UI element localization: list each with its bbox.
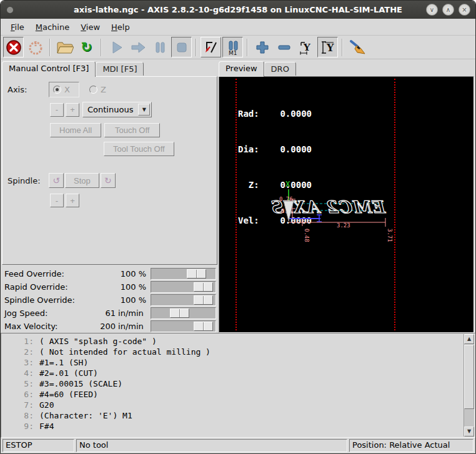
optional-stop-m1-icon: M1	[225, 39, 241, 56]
spindle-override-slider[interactable]	[151, 294, 216, 306]
axis-x-label: X	[64, 85, 70, 94]
axis-x-radio[interactable]: X	[49, 82, 79, 97]
svg-text:Y: Y	[303, 42, 310, 53]
jog-mode-select[interactable]: Continuous ▼	[82, 102, 152, 117]
gcode-line[interactable]: 3:#1=.1 (SH)	[1, 357, 475, 368]
open-file-button[interactable]	[54, 37, 75, 57]
gcode-line-text: #1=.1 (SH)	[39, 357, 88, 368]
skip-lines-button[interactable]	[201, 37, 221, 57]
gcode-line-number: 1:	[1, 336, 34, 347]
status-tool: No tool	[76, 439, 347, 452]
clear-plot-button[interactable]	[347, 37, 367, 57]
rapid-override-slider[interactable]	[151, 281, 216, 293]
tool-touch-off-button[interactable]: Tool Touch Off	[104, 142, 174, 156]
stop-button[interactable]	[171, 37, 192, 57]
gcode-line[interactable]: 8:(Character: 'E') M1	[1, 410, 475, 421]
spindle-label: Spindle:	[7, 176, 49, 185]
axis-window: axis-lathe.ngc - AXIS 2.8.2-10-g6d29f145…	[0, 0, 476, 454]
svg-text:Y: Y	[326, 42, 334, 54]
gcode-line[interactable]: 6:#4=60 (FEED)	[1, 389, 475, 400]
tab-preview[interactable]: Preview	[219, 61, 264, 77]
slider-handle[interactable]	[194, 282, 213, 292]
axis-label: Axis:	[7, 85, 49, 94]
gcode-line-number: 5:	[1, 378, 34, 389]
zoom-out-button[interactable]	[274, 37, 294, 57]
slider-handle[interactable]	[170, 308, 189, 318]
gcode-line-number: 7:	[1, 400, 34, 410]
spindle-stop-button[interactable]: Stop	[65, 173, 99, 188]
main-area: Manual Control [F3] MDI [F5] Axis: X Z	[1, 59, 475, 333]
menu-view[interactable]: View	[76, 21, 105, 34]
preview-panel: Preview DRO Rad: 0.0000 Dia: 0.0000 Z: 0…	[217, 59, 475, 333]
maximize-button[interactable]: ∧	[442, 4, 454, 16]
view-y2-button[interactable]: Y	[317, 37, 338, 57]
pause-button[interactable]	[149, 37, 170, 57]
gcode-line-number: 4:	[1, 368, 34, 378]
spindle-ccw-icon: ↺	[52, 175, 60, 185]
close-button[interactable]: ×	[459, 4, 470, 16]
view-y-button[interactable]: Y	[295, 37, 316, 57]
spindle-ccw-button[interactable]: ↺	[49, 173, 64, 188]
spindle-cw-icon: ↻	[104, 175, 112, 185]
reload-button[interactable]: ↻	[76, 37, 97, 57]
run-button[interactable]	[106, 37, 126, 57]
zoom-in-icon	[255, 40, 270, 55]
max-velocity-slider[interactable]	[151, 320, 216, 332]
step-button[interactable]	[127, 37, 148, 57]
slider-handle[interactable]	[194, 322, 213, 331]
minimize-button[interactable]: ∨	[426, 4, 438, 16]
estop-button[interactable]	[3, 37, 24, 57]
power-button[interactable]	[25, 37, 46, 57]
tab-dro[interactable]: DRO	[264, 62, 296, 76]
axis-z-radio[interactable]: Z	[89, 85, 106, 94]
svg-text:3.71: 3.71	[387, 229, 393, 242]
menu-file[interactable]: File	[6, 21, 29, 34]
svg-text:M1: M1	[229, 50, 237, 56]
gcode-listing[interactable]: 1:( AXIS "splash g-code" ) 2:( Not inten…	[1, 333, 475, 438]
gcode-line[interactable]: 1:( AXIS "splash g-code" )	[1, 336, 475, 347]
spindle-plus-button[interactable]: +	[66, 194, 79, 207]
gcode-scrollbar[interactable]: ▲ ▼	[464, 334, 474, 437]
slider-handle[interactable]	[194, 295, 213, 305]
tab-mdi[interactable]: MDI [F5]	[96, 62, 144, 76]
slider-handle[interactable]	[187, 269, 206, 279]
home-all-button[interactable]: Home All	[50, 123, 101, 137]
menu-help[interactable]: Help	[106, 21, 135, 34]
scrollbar-thumb[interactable]	[464, 345, 474, 409]
max-velocity-row: Max Velocity: 200 in/min	[2, 320, 217, 333]
jog-speed-slider[interactable]	[151, 307, 216, 319]
status-estop: ESTOP	[2, 439, 74, 452]
power-icon	[27, 39, 44, 56]
jog-minus-button[interactable]: -	[50, 103, 64, 117]
gcode-line[interactable]: 4:#2=.01 (CUT)	[1, 368, 475, 378]
gcode-line-number: 9:	[1, 421, 34, 432]
scroll-up-icon[interactable]: ▲	[464, 334, 474, 344]
scroll-down-icon[interactable]: ▼	[464, 427, 474, 437]
gcode-line[interactable]: 7:G20	[1, 400, 475, 410]
spindle-cw-button[interactable]: ↻	[101, 173, 116, 188]
menu-machine[interactable]: Machine	[31, 21, 74, 34]
gcode-line[interactable]: 2:( Not intended for actual milling )	[1, 347, 475, 357]
optional-stop-button[interactable]: M1	[222, 37, 243, 57]
jog-plus-button[interactable]: +	[66, 103, 79, 117]
gcode-line[interactable]: 5:#3=.00015 (SCALE)	[1, 378, 475, 389]
touch-off-button[interactable]: Touch Off	[104, 123, 160, 137]
max-velocity-value: 200 in/min	[77, 322, 151, 331]
skip-lines-icon	[203, 39, 219, 56]
window-title: axis-lathe.ngc - AXIS 2.8.2-10-g6d29f145…	[1, 5, 475, 14]
toolbar-separator	[342, 39, 343, 56]
feed-override-slider[interactable]	[151, 268, 216, 280]
gcode-line-text: ( Not intended for actual milling )	[39, 347, 211, 357]
left-tabs: Manual Control [F3] MDI [F5]	[2, 61, 217, 76]
gcode-line-text: #4=60 (FEED)	[39, 389, 98, 400]
gcode-line[interactable]: 9:F#4	[1, 421, 475, 432]
spindle-minus-button[interactable]: -	[50, 194, 64, 207]
tab-manual-control[interactable]: Manual Control [F3]	[2, 61, 96, 77]
preview-canvas[interactable]: Rad: 0.0000 Dia: 0.0000 Z: 0.0000 Vel: 0…	[219, 76, 474, 333]
rapid-override-row: Rapid Override: 100 %	[2, 280, 217, 294]
right-tabs: Preview DRO	[219, 61, 474, 76]
manual-panel: Manual Control [F3] MDI [F5] Axis: X Z	[1, 59, 217, 333]
max-velocity-label: Max Velocity:	[2, 322, 77, 331]
gcode-line-text: F#4	[39, 421, 54, 432]
zoom-in-button[interactable]	[252, 37, 272, 57]
